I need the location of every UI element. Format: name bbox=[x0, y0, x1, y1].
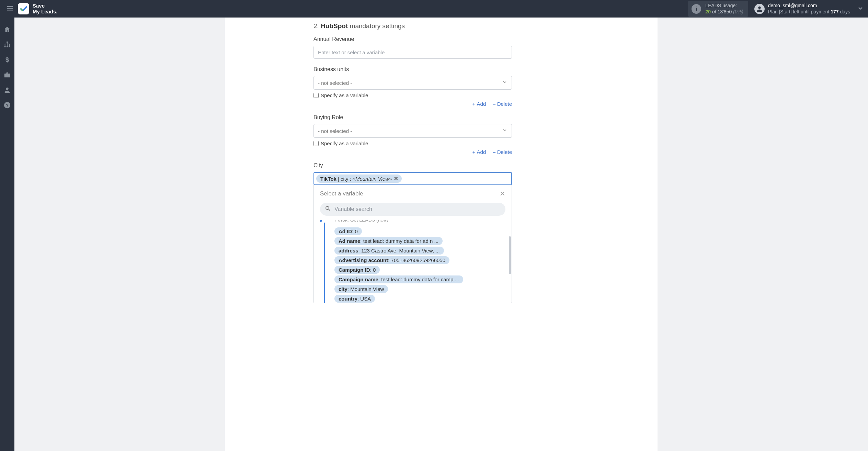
svg-point-3 bbox=[758, 6, 761, 9]
usage-widget[interactable]: i LEADS usage: 20 of 13'850 (0%) bbox=[688, 1, 748, 17]
usage-pct: (0%) bbox=[733, 9, 743, 15]
account-widget[interactable]: demo_sml@gmail.com Plan |Start| left unt… bbox=[754, 3, 850, 15]
svg-point-13 bbox=[326, 206, 329, 210]
dropdown-close-icon[interactable]: ✕ bbox=[500, 190, 505, 198]
city-variable-tag: TikTok | city: «Mountain View» ✕ bbox=[316, 174, 402, 183]
menu-toggle[interactable] bbox=[4, 2, 16, 15]
buying-role-specify-label[interactable]: Specify as a variable bbox=[321, 140, 368, 146]
scrollbar-thumb[interactable] bbox=[509, 236, 511, 274]
svg-rect-5 bbox=[4, 46, 6, 47]
svg-rect-6 bbox=[7, 46, 8, 47]
billing-icon[interactable]: $ bbox=[3, 55, 12, 64]
buying-role-label: Buying Role bbox=[313, 114, 512, 121]
business-units-select[interactable]: - not selected - bbox=[313, 76, 512, 90]
account-plan: Plan |Start| left until payment 177 days bbox=[768, 9, 850, 15]
connections-icon[interactable] bbox=[3, 40, 12, 49]
city-input[interactable]: TikTok | city: «Mountain View» ✕ bbox=[313, 172, 512, 185]
variable-option[interactable]: city: Mountain View bbox=[334, 285, 388, 293]
annual-revenue-input[interactable] bbox=[313, 46, 512, 59]
tag-remove-icon[interactable]: ✕ bbox=[394, 176, 398, 182]
city-label: City bbox=[313, 162, 512, 169]
home-icon[interactable] bbox=[3, 25, 12, 34]
account-email: demo_sml@gmail.com bbox=[768, 3, 850, 9]
business-units-specify-label[interactable]: Specify as a variable bbox=[321, 92, 368, 98]
svg-rect-7 bbox=[9, 46, 10, 47]
svg-rect-4 bbox=[7, 42, 8, 43]
usage-label: LEADS usage: bbox=[705, 3, 743, 9]
variable-search-input[interactable] bbox=[320, 203, 505, 216]
svg-point-10 bbox=[6, 88, 8, 90]
chevron-down-icon bbox=[502, 127, 507, 134]
usage-of: of bbox=[712, 9, 716, 15]
sidebar: $ ? bbox=[0, 18, 14, 451]
variable-option[interactable]: Campaign ID: 0 bbox=[334, 266, 380, 274]
business-units-delete[interactable]: –Delete bbox=[493, 101, 512, 107]
variable-dropdown: Select a variable ✕ TikTok: Get LEADS (n… bbox=[313, 185, 512, 303]
section-title: 2. HubSpot mandatory settings bbox=[313, 22, 512, 30]
group-indicator-icon bbox=[320, 220, 322, 222]
avatar-icon bbox=[754, 4, 765, 14]
variable-option[interactable]: Advertising account: 7051862609259266050 bbox=[334, 256, 449, 264]
dropdown-title: Select a variable bbox=[320, 190, 363, 197]
info-icon: i bbox=[692, 4, 701, 14]
svg-text:$: $ bbox=[5, 56, 9, 63]
help-icon[interactable]: ? bbox=[3, 101, 12, 110]
annual-revenue-label: Annual Revenue bbox=[313, 36, 512, 42]
variable-option[interactable]: country: USA bbox=[334, 295, 375, 303]
usage-total: 13'850 bbox=[718, 9, 732, 15]
profile-icon[interactable] bbox=[3, 86, 12, 94]
usage-used: 20 bbox=[705, 9, 711, 15]
buying-role-delete[interactable]: –Delete bbox=[493, 149, 512, 155]
search-icon bbox=[325, 205, 331, 213]
chevron-down-icon bbox=[502, 79, 507, 86]
business-units-label: Business units bbox=[313, 66, 512, 72]
expand-icon[interactable] bbox=[857, 5, 864, 13]
svg-text:?: ? bbox=[6, 103, 9, 108]
brand-logo[interactable]: Save My Leads. bbox=[18, 3, 58, 14]
svg-rect-9 bbox=[4, 74, 10, 77]
variable-group-label: TikTok: Get LEADS (new) bbox=[334, 220, 505, 223]
item-indicator-icon bbox=[324, 223, 325, 303]
variable-option[interactable]: Campaign name: test lead: dummy data for… bbox=[334, 275, 463, 283]
buying-role-specify-checkbox[interactable] bbox=[313, 141, 319, 146]
business-units-add[interactable]: +Add bbox=[472, 101, 486, 107]
briefcase-icon[interactable] bbox=[3, 70, 12, 79]
logo-mark-icon bbox=[18, 3, 29, 14]
svg-line-14 bbox=[329, 209, 330, 211]
variable-option[interactable]: Ad name: test lead: dummy data for ad n … bbox=[334, 237, 443, 245]
variable-option[interactable]: address: 123 Castro Ave. Mountain View, … bbox=[334, 247, 444, 255]
buying-role-select[interactable]: - not selected - bbox=[313, 124, 512, 138]
variable-option[interactable]: Ad ID: 0 bbox=[334, 227, 362, 235]
brand-text: Save My Leads. bbox=[33, 3, 58, 14]
business-units-specify-checkbox[interactable] bbox=[313, 93, 319, 98]
buying-role-add[interactable]: +Add bbox=[472, 149, 486, 155]
